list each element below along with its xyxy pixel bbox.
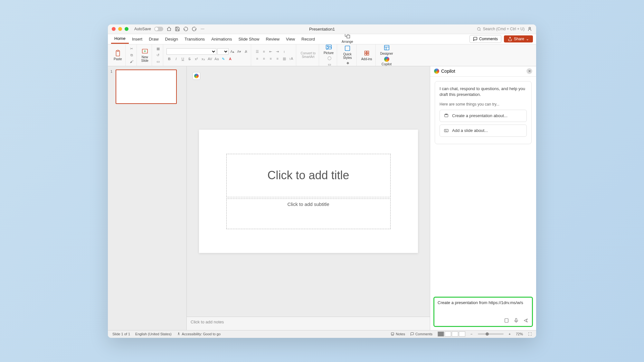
change-case-button[interactable]: Aa <box>214 56 220 62</box>
copilot-input[interactable]: Create a presentation from https://1drv.… <box>438 300 529 316</box>
copilot-suggestion-add-slide[interactable]: Add a slide about... <box>440 125 527 137</box>
new-slide-button[interactable]: New Slide <box>140 47 150 63</box>
undo-icon[interactable] <box>183 26 188 32</box>
account-icon[interactable] <box>527 26 532 32</box>
copilot-ribbon-button[interactable]: Copilot <box>380 56 393 67</box>
sorter-view-button[interactable] <box>445 331 451 337</box>
comments-button[interactable]: Comments <box>469 35 501 43</box>
title-placeholder[interactable]: Click to add title <box>226 154 391 197</box>
autosave-toggle[interactable] <box>154 27 163 31</box>
increase-font-icon[interactable]: A▴ <box>230 49 235 54</box>
font-family-select[interactable] <box>166 48 216 55</box>
paste-button[interactable]: Paste <box>112 49 123 61</box>
font-color-button[interactable]: A <box>227 56 233 62</box>
copilot-slide-badge[interactable] <box>193 72 200 80</box>
spacing-button[interactable]: AV <box>207 56 213 62</box>
slideshow-view-button[interactable] <box>459 331 465 337</box>
justify-button[interactable]: ≡ <box>275 56 280 61</box>
reset-icon[interactable]: ↺ <box>155 52 161 58</box>
superscript-button[interactable]: x² <box>194 56 199 62</box>
maximize-window-button[interactable] <box>125 27 128 31</box>
tab-design[interactable]: Design <box>162 35 181 43</box>
align-left-button[interactable]: ≡ <box>254 56 260 61</box>
zoom-out-button[interactable]: − <box>470 332 472 336</box>
share-button[interactable]: Share ⌄ <box>504 35 533 42</box>
align-right-button[interactable]: ≡ <box>268 56 274 61</box>
zoom-slider[interactable] <box>478 333 504 335</box>
tab-transitions[interactable]: Transitions <box>181 35 208 43</box>
italic-button[interactable]: I <box>173 56 179 62</box>
svg-rect-13 <box>367 53 369 55</box>
copy-icon[interactable]: ⧉ <box>129 52 135 58</box>
send-icon[interactable] <box>523 318 529 323</box>
clear-format-icon[interactable]: A̷ <box>243 49 249 54</box>
align-center-button[interactable]: ≡ <box>261 56 267 61</box>
reading-view-button[interactable] <box>452 331 458 337</box>
increase-indent-button[interactable]: ⇥ <box>275 49 280 54</box>
microphone-icon[interactable] <box>513 318 519 323</box>
language-indicator[interactable]: English (United States) <box>135 332 172 336</box>
fit-to-window-button[interactable]: ⛶ <box>528 332 532 336</box>
notes-button[interactable]: Notes <box>391 332 405 336</box>
bold-button[interactable]: B <box>166 56 172 62</box>
svg-rect-14 <box>384 45 389 50</box>
search-box[interactable]: Search (Cmd + Ctrl + U) <box>477 27 525 31</box>
redo-icon[interactable] <box>192 26 197 32</box>
home-icon[interactable] <box>166 26 172 32</box>
zoom-in-button[interactable]: + <box>509 332 511 336</box>
section-icon[interactable]: ▭ <box>155 59 161 64</box>
svg-point-20 <box>178 333 179 333</box>
subtitle-placeholder[interactable]: Click to add subtitle <box>226 199 391 229</box>
slide-thumbnail[interactable]: 1 <box>110 70 184 104</box>
addins-button[interactable]: Add-ins <box>360 49 374 61</box>
text-direction-button[interactable]: ↕A <box>288 56 294 61</box>
highlight-button[interactable]: ✎ <box>221 56 226 62</box>
comments-status-button[interactable]: Comments <box>410 332 432 336</box>
numbering-button[interactable]: ≡ <box>261 49 267 54</box>
save-icon[interactable] <box>175 26 180 32</box>
close-window-button[interactable] <box>112 27 116 31</box>
minimize-window-button[interactable] <box>118 27 122 31</box>
tab-animations[interactable]: Animations <box>208 35 235 43</box>
slide[interactable]: Click to add title Click to add subtitle <box>199 130 418 253</box>
copilot-suggestion-create[interactable]: Create a presentation about... <box>440 110 527 122</box>
font-size-select[interactable] <box>217 48 229 55</box>
designer-button[interactable]: Designer <box>379 43 394 56</box>
tab-record[interactable]: Record <box>298 35 318 43</box>
tab-insert[interactable]: Insert <box>129 35 146 43</box>
close-icon[interactable]: ✕ <box>526 68 532 74</box>
tab-draw[interactable]: Draw <box>146 35 162 43</box>
line-spacing-button[interactable]: ↕ <box>281 49 287 54</box>
tab-home[interactable]: Home <box>111 34 129 44</box>
new-slide-icon <box>141 48 148 55</box>
notes-pane[interactable]: Click to add notes <box>187 317 430 330</box>
attachment-icon[interactable] <box>504 318 509 323</box>
layout-icon[interactable]: ▦ <box>155 46 161 51</box>
tab-slide-show[interactable]: Slide Show <box>235 35 262 43</box>
shapes-icon[interactable]: ◯ <box>327 55 332 61</box>
cut-icon[interactable]: ✂ <box>129 46 135 51</box>
svg-rect-19 <box>516 318 517 321</box>
tab-review[interactable]: Review <box>262 35 283 43</box>
columns-button[interactable]: ▥ <box>281 56 287 61</box>
convert-smartart-button[interactable]: Convert to SmartArt <box>299 51 317 59</box>
copilot-hint: Here are some things you can try... <box>440 102 527 107</box>
strike-button[interactable]: S̶ <box>187 56 193 62</box>
format-painter-icon[interactable]: 🖌 <box>129 59 135 64</box>
accessibility-status[interactable]: Accessibility: Good to go <box>177 332 221 336</box>
quick-styles-button[interactable]: Quick Styles <box>342 44 353 60</box>
copilot-input-box[interactable]: Create a presentation from https://1drv.… <box>433 297 533 327</box>
picture-button[interactable]: Picture <box>322 43 335 55</box>
copilot-icon <box>434 69 439 74</box>
subscript-button[interactable]: x₂ <box>200 56 206 62</box>
chevron-down-icon: ⌄ <box>526 37 529 41</box>
tab-view[interactable]: View <box>283 35 298 43</box>
decrease-indent-button[interactable]: ⇤ <box>268 49 274 54</box>
underline-button[interactable]: U <box>180 56 186 62</box>
more-icon[interactable]: ⋯ <box>200 26 205 32</box>
normal-view-button[interactable] <box>438 331 444 337</box>
shape-fill-icon[interactable]: ◆ <box>345 60 351 66</box>
bullets-button[interactable]: ☰ <box>254 49 260 54</box>
zoom-level[interactable]: 72% <box>516 332 523 336</box>
decrease-font-icon[interactable]: A▾ <box>236 49 242 54</box>
